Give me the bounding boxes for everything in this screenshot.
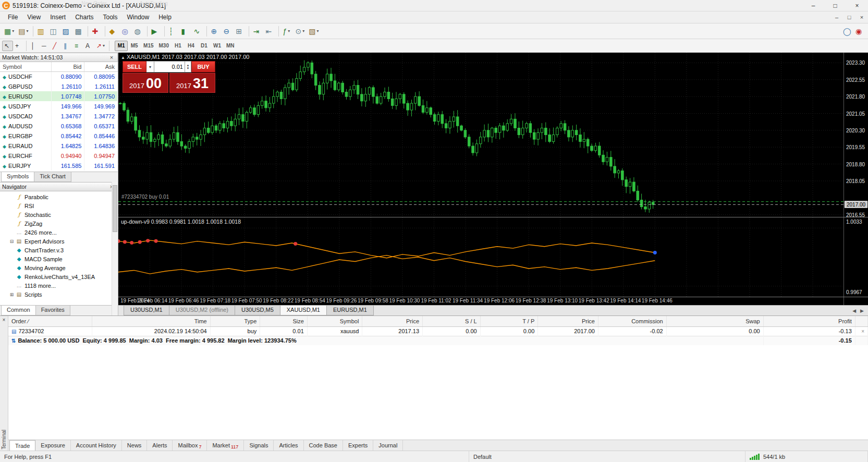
column-bid[interactable]: Bid <box>51 62 84 71</box>
market-watch-row-gbpusd[interactable]: ◆GBPUSD1.261101.26111 <box>0 81 118 91</box>
navigator-item-2426-more[interactable]: …2426 more... <box>0 228 118 237</box>
terminal-tab-news[interactable]: News <box>122 440 148 451</box>
timeframe-h4[interactable]: H4 <box>185 41 198 51</box>
terminal-column-t-p[interactable]: T / P <box>480 316 538 326</box>
market-watch-row-usdjpy[interactable]: ◆USDJPY149.966149.969 <box>0 101 118 111</box>
terminal-column-price[interactable]: Price <box>538 316 598 326</box>
indicators-button[interactable]: ƒ▾ <box>281 25 294 38</box>
terminal-tab-articles[interactable]: Articles <box>274 440 303 451</box>
market-watch-row-eurusd[interactable]: ◆EURUSD1.077481.07750 <box>0 91 118 101</box>
indicator-chart[interactable] <box>118 217 843 297</box>
chart-close-button[interactable]: × <box>855 14 868 20</box>
metaeditor-button[interactable]: ◆ <box>107 25 120 38</box>
terminal-tab-experts[interactable]: Experts <box>343 440 373 451</box>
close-order-button[interactable]: × <box>861 329 864 334</box>
terminal-column-swap[interactable]: Swap <box>666 316 763 326</box>
menu-help[interactable]: Help <box>154 12 176 22</box>
fibonacci-tool[interactable]: ≡ <box>72 41 83 51</box>
timeframe-m5[interactable]: M5 <box>128 41 141 51</box>
bar-chart-mode-button[interactable]: ┆ <box>167 25 179 38</box>
chart-tabs-scroll-left-icon[interactable]: ◀ <box>850 308 858 313</box>
navigator-item-moving-average[interactable]: ◆Moving Average <box>0 263 118 272</box>
order-row[interactable]: ▤723347022024.02.19 14:50:04buy0.01xauus… <box>8 326 868 336</box>
sell-button[interactable]: SELL <box>123 61 146 72</box>
crosshair-tool[interactable]: + <box>13 41 24 51</box>
terminal-tab-alerts[interactable]: Alerts <box>147 440 173 451</box>
column-ask[interactable]: Ask <box>84 62 118 71</box>
timeframe-m30[interactable]: M30 <box>156 41 172 51</box>
search-button[interactable]: ◯ <box>841 25 853 38</box>
help-button[interactable]: ◉ <box>853 25 866 38</box>
terminal-tab-signals[interactable]: Signals <box>244 440 274 451</box>
navigator-scrollbar[interactable] <box>112 182 118 315</box>
window-close-button[interactable]: × <box>846 0 868 11</box>
strategy-tester-button[interactable]: ◎ <box>120 25 132 38</box>
navigator-item-1118-more[interactable]: …1118 more... <box>0 281 118 290</box>
chart-tab-eurusd-m1[interactable]: EURUSD,M1 <box>326 306 374 315</box>
chart-tab-u30usd-m5[interactable]: U30USD,M5 <box>235 306 280 315</box>
trendline-tool[interactable]: ╱ <box>51 41 62 51</box>
menu-charts[interactable]: Charts <box>70 12 98 22</box>
market-watch-row-audusd[interactable]: ◆AUDUSD0.653680.65371 <box>0 121 118 131</box>
navigator-tab-favorites[interactable]: Favorites <box>35 306 70 315</box>
ohlc-collapse-icon[interactable]: ▲ <box>121 55 125 60</box>
auto-scroll-button[interactable]: ⇥ <box>251 25 264 38</box>
volume-stepper[interactable]: ▲▼ <box>185 61 191 72</box>
terminal-tab-account-history[interactable]: Account History <box>71 440 122 451</box>
navigator-tab-common[interactable]: Common <box>1 306 36 315</box>
terminal-tab-code-base[interactable]: Code Base <box>304 440 343 451</box>
timeframe-m15[interactable]: M15 <box>141 41 156 51</box>
navigator-item-parabolic[interactable]: ƒParabolic <box>0 192 118 201</box>
menu-view[interactable]: View <box>22 12 45 22</box>
terminal-column-price[interactable]: Price <box>362 316 423 326</box>
terminal-column-s-l[interactable]: S / L <box>423 316 481 326</box>
market-watch-row-eurchf[interactable]: ◆EURCHF0.949400.94947 <box>0 151 118 161</box>
terminal-column-type[interactable]: Type <box>210 316 260 326</box>
window-minimize-button[interactable]: – <box>802 0 824 11</box>
zoom-out-button[interactable]: ⊖ <box>222 25 234 38</box>
navigator-item-expert-advisors[interactable]: ⊟▤Expert Advisors <box>0 237 118 246</box>
terminal-tab-journal[interactable]: Journal <box>373 440 403 451</box>
market-watch-toggle[interactable]: ▥ <box>35 25 48 38</box>
vertical-line-tool[interactable]: │ <box>29 41 40 51</box>
chart-shift-button[interactable]: ⇤ <box>264 25 276 38</box>
terminal-close-icon[interactable]: × <box>3 317 6 323</box>
scrollbar-thumb[interactable] <box>113 185 117 232</box>
navigator-item-charttrader-v-3[interactable]: ◆ChartTrader.v.3 <box>0 246 118 254</box>
tile-windows-button[interactable]: ⊞ <box>234 25 247 38</box>
market-watch-tab-tick-chart[interactable]: Tick Chart <box>34 172 71 182</box>
market-watch-row-usdcad[interactable]: ◆USDCAD1.347671.34772 <box>0 111 118 121</box>
terminal-column-size[interactable]: Size <box>260 316 308 326</box>
timeframe-mn[interactable]: MN <box>224 41 237 51</box>
terminal-tab-market[interactable]: Market117 <box>207 440 244 451</box>
new-order-button[interactable]: ✚New Order <box>90 25 103 38</box>
timeframe-w1[interactable]: W1 <box>211 41 224 51</box>
timeframe-d1[interactable]: D1 <box>198 41 211 51</box>
navigator-item-renkolivecharts-v4-13ea[interactable]: ◆RenkoLiveCharts_v4_13EA <box>0 272 118 281</box>
line-chart-mode-button[interactable]: ∿ <box>192 25 204 38</box>
text-tool[interactable]: A <box>83 41 94 51</box>
horizontal-line-tool[interactable]: ─ <box>40 41 51 51</box>
channel-tool[interactable]: ∥ <box>62 41 72 51</box>
cursor-tool[interactable]: ↖ <box>2 41 13 51</box>
timeframe-h1[interactable]: H1 <box>172 41 185 51</box>
profiles-button[interactable]: ▤▾ <box>16 25 30 38</box>
chart-tab-u30usd-m1[interactable]: U30USD,M1 <box>124 306 169 315</box>
navigator-toggle[interactable]: ▨ <box>60 25 73 38</box>
market-watch-row-usdchf[interactable]: ◆USDCHF0.880900.88095 <box>0 71 118 81</box>
navigator-item-zigzag[interactable]: ƒZigZag <box>0 219 118 228</box>
templates-button[interactable]: ▧▾ <box>307 25 321 38</box>
price-chart-plot[interactable]: ▲XAUUSD,M1 2017.03 2017.03 2017.00 2017.… <box>118 53 843 217</box>
menu-tools[interactable]: Tools <box>99 12 123 22</box>
market-watch-tab-symbols[interactable]: Symbols <box>1 172 34 182</box>
arrows-tool[interactable]: ↗▾ <box>94 41 107 51</box>
options-button[interactable]: ◍ <box>132 25 145 38</box>
navigator-item-scripts[interactable]: ⊞▤Scripts <box>0 290 118 299</box>
terminal-toggle[interactable]: ▩ <box>73 25 85 38</box>
menu-insert[interactable]: Insert <box>45 12 70 22</box>
buy-button[interactable]: BUY <box>191 61 215 72</box>
autotrading-button[interactable]: ▶AutoTrading <box>150 25 162 38</box>
chart-tab-xauusd-m1[interactable]: XAUUSD,M1 <box>280 306 327 315</box>
market-watch-row-euraud[interactable]: ◆EURAUD1.648251.64836 <box>0 141 118 151</box>
menu-window[interactable]: Window <box>123 12 154 22</box>
